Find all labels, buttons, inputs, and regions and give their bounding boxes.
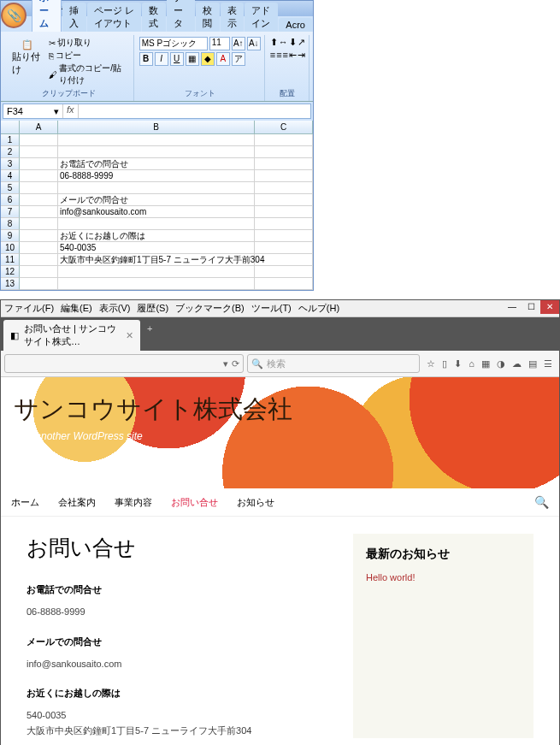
row-header[interactable]: 5 <box>1 182 20 194</box>
cut-button[interactable]: ✂切り取り <box>49 37 130 49</box>
office-button[interactable]: 📎 <box>1 3 27 28</box>
menu-item[interactable]: ツール(T) <box>251 302 292 315</box>
cell[interactable] <box>20 182 58 194</box>
fill-color-button[interactable]: ◆ <box>201 52 215 66</box>
cell[interactable] <box>20 158 58 170</box>
row-header[interactable]: 4 <box>1 170 20 182</box>
menu-item[interactable]: 編集(E) <box>61 302 92 315</box>
nav-item[interactable]: 会社案内 <box>58 496 96 509</box>
cell[interactable] <box>255 254 313 266</box>
cell[interactable] <box>20 266 58 278</box>
library-icon[interactable]: ▤ <box>528 358 537 370</box>
site-title[interactable]: サンコウサイト株式会社 <box>14 393 546 427</box>
cell[interactable] <box>255 182 313 194</box>
col-header-A[interactable]: A <box>20 121 58 133</box>
italic-button[interactable]: I <box>155 52 168 66</box>
phonetic-button[interactable]: ア <box>232 52 245 66</box>
col-header-C[interactable]: C <box>255 121 313 133</box>
row-header[interactable]: 13 <box>1 278 20 290</box>
cell[interactable] <box>58 146 255 158</box>
row-header[interactable]: 9 <box>1 230 20 242</box>
nav-item[interactable]: お知らせ <box>237 496 274 509</box>
download-icon[interactable]: ⬇ <box>454 358 462 370</box>
menu-item[interactable]: ヘルプ(H) <box>298 302 339 315</box>
cell[interactable] <box>255 206 313 218</box>
border-button[interactable]: ▦ <box>186 52 199 66</box>
paste-button[interactable]: 📋 貼り付け <box>8 37 47 86</box>
cell[interactable] <box>20 278 58 290</box>
ribbon-tab[interactable]: 挿入 <box>62 3 86 32</box>
align-left-button[interactable]: ≡ <box>270 50 275 61</box>
indent-inc-button[interactable]: ⇥ <box>298 50 305 61</box>
cell[interactable]: 540-0035 <box>58 242 255 254</box>
feed-icon[interactable]: ◑ <box>497 358 505 370</box>
align-top-button[interactable]: ⬆ <box>270 37 278 48</box>
row-header[interactable]: 12 <box>1 266 20 278</box>
cell[interactable]: メールでの問合せ <box>58 194 255 206</box>
url-bar[interactable]: ▾ ⟳ <box>4 354 244 373</box>
nav-search-icon[interactable]: 🔍 <box>534 495 549 509</box>
orientation-button[interactable]: ↗ <box>298 37 305 48</box>
tab-close-icon[interactable]: ✕ <box>126 330 133 341</box>
indent-dec-button[interactable]: ⇤ <box>289 50 297 61</box>
shrink-font-button[interactable]: A↓ <box>247 37 261 50</box>
bold-button[interactable]: B <box>139 52 153 66</box>
cell[interactable] <box>20 230 58 242</box>
new-tab-button[interactable]: + <box>140 320 159 351</box>
sidebar-link[interactable]: Hello world! <box>366 572 415 582</box>
align-middle-button[interactable]: ↔ <box>279 37 288 48</box>
minimize-button[interactable]: — <box>503 300 522 314</box>
cell[interactable] <box>255 266 313 278</box>
ribbon-tab[interactable]: Acro <box>279 18 312 32</box>
tile-icon[interactable]: ▦ <box>481 358 490 370</box>
formula-input[interactable] <box>79 104 310 118</box>
format-painter-button[interactable]: 🖌書式のコピー/貼り付け <box>49 62 130 86</box>
ribbon-tab[interactable]: ホーム <box>32 0 62 32</box>
align-center-button[interactable]: ≡ <box>276 50 281 61</box>
name-box[interactable]: F34▾ <box>3 104 63 118</box>
font-color-button[interactable]: A <box>216 52 230 66</box>
cell-grid[interactable]: 123お電話での問合せ406-8888-999956メールでの問合せ7info@… <box>1 134 313 290</box>
cell[interactable] <box>20 206 58 218</box>
pocket-icon[interactable]: ▯ <box>442 358 447 370</box>
menu-item[interactable]: 履歴(S) <box>137 302 168 315</box>
ribbon-tab[interactable]: 校閲 <box>196 3 220 32</box>
nav-item[interactable]: 事業内容 <box>115 496 152 509</box>
close-button[interactable]: ✕ <box>540 300 559 314</box>
row-header[interactable]: 7 <box>1 206 20 218</box>
nav-item[interactable]: お問い合せ <box>171 496 218 509</box>
cell[interactable]: 06-8888-9999 <box>58 170 255 182</box>
cell[interactable]: 大阪市中央区釣鐘町1丁目5-7 ニューライフ大手前304 <box>58 254 255 266</box>
ribbon-tab[interactable]: 数式 <box>142 3 166 32</box>
row-header[interactable]: 11 <box>1 254 20 266</box>
menu-item[interactable]: 表示(V) <box>99 302 131 315</box>
cell[interactable] <box>20 194 58 206</box>
cell[interactable]: info@sankousaito.com <box>58 206 255 218</box>
font-size-combo[interactable]: 11 <box>209 37 230 50</box>
ribbon-tab[interactable]: データ <box>167 0 195 32</box>
cell[interactable] <box>20 254 58 266</box>
cell[interactable] <box>255 230 313 242</box>
cell[interactable] <box>255 242 313 254</box>
ribbon-tab[interactable]: アドイン <box>245 3 278 32</box>
menu-icon[interactable]: ☰ <box>544 358 552 370</box>
cell[interactable] <box>255 134 313 146</box>
cell[interactable] <box>58 266 255 278</box>
cell[interactable] <box>255 278 313 290</box>
cell[interactable] <box>20 134 58 146</box>
select-all-cell[interactable] <box>1 121 20 133</box>
row-header[interactable]: 1 <box>1 134 20 146</box>
cell[interactable] <box>255 194 313 206</box>
menu-item[interactable]: ブックマーク(B) <box>175 302 245 315</box>
cell[interactable] <box>58 278 255 290</box>
copy-button[interactable]: ⎘コピー <box>49 50 130 62</box>
chat-icon[interactable]: ☁ <box>512 358 522 370</box>
maximize-button[interactable]: ☐ <box>522 300 540 314</box>
row-header[interactable]: 6 <box>1 194 20 206</box>
cell[interactable] <box>58 182 255 194</box>
cell[interactable] <box>20 218 58 230</box>
star-icon[interactable]: ☆ <box>427 358 435 370</box>
search-bar[interactable]: 🔍 検索 <box>247 354 421 373</box>
row-header[interactable]: 3 <box>1 158 20 170</box>
grow-font-button[interactable]: A↑ <box>232 37 245 50</box>
